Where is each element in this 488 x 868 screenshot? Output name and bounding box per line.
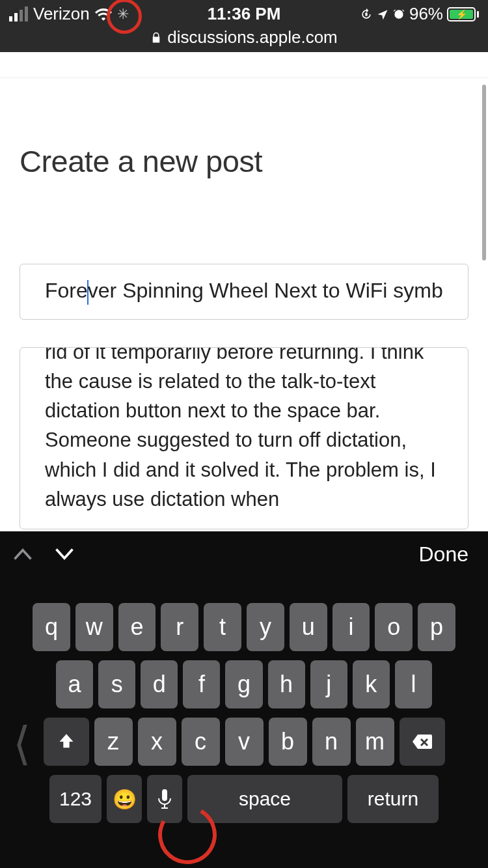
- return-key[interactable]: return: [347, 775, 439, 823]
- status-left: Verizon ✳︎: [9, 4, 129, 24]
- backspace-key[interactable]: [400, 718, 445, 766]
- shift-key[interactable]: [44, 718, 89, 766]
- keyboard-accessory-bar: Done: [0, 531, 488, 577]
- alarm-icon: [392, 8, 405, 21]
- key-i[interactable]: i: [332, 603, 370, 651]
- scroll-indicator[interactable]: [482, 85, 486, 260]
- key-e[interactable]: e: [118, 603, 156, 651]
- keyboard-row-4: 123 😀 space return: [5, 775, 483, 823]
- key-f[interactable]: f: [183, 660, 220, 708]
- post-body-input[interactable]: rid of it temporarily before returning. …: [20, 347, 468, 529]
- battery-icon: ⚡: [447, 7, 479, 21]
- emoji-key[interactable]: 😀: [107, 775, 142, 823]
- key-t[interactable]: t: [204, 603, 241, 651]
- title-text-after: ver Spinning Wheel Next to WiFi symb: [88, 279, 443, 302]
- location-icon: [377, 8, 388, 20]
- dictation-key[interactable]: [147, 775, 182, 823]
- one-handed-grip-icon: ⟨: [13, 717, 31, 770]
- wifi-icon: [95, 8, 112, 21]
- cellular-signal-icon: [9, 7, 28, 21]
- key-q[interactable]: q: [33, 603, 70, 651]
- carrier-label: Verizon: [33, 4, 90, 24]
- page-title: Create a new post: [20, 143, 468, 179]
- key-g[interactable]: g: [225, 660, 262, 708]
- key-z[interactable]: z: [94, 718, 133, 766]
- key-j[interactable]: j: [310, 660, 347, 708]
- spinner-icon: ✳︎: [117, 6, 129, 23]
- key-s[interactable]: s: [98, 660, 135, 708]
- key-u[interactable]: u: [290, 603, 327, 651]
- post-title-input[interactable]: Forever Spinning Wheel Next to WiFi symb: [20, 264, 468, 320]
- status-right: 96% ⚡: [360, 4, 479, 24]
- status-bar: Verizon ✳︎ 11:36 PM 96% ⚡ discussions.ap…: [0, 0, 488, 52]
- url-bar[interactable]: discussions.apple.com: [0, 27, 488, 48]
- url-domain: discussions.apple.com: [167, 27, 338, 48]
- key-h[interactable]: h: [268, 660, 305, 708]
- key-o[interactable]: o: [375, 603, 413, 651]
- orientation-lock-icon: [360, 8, 373, 21]
- key-d[interactable]: d: [141, 660, 178, 708]
- next-field-arrow-icon[interactable]: [55, 548, 74, 561]
- key-r[interactable]: r: [161, 603, 198, 651]
- key-n[interactable]: n: [312, 718, 351, 766]
- numbers-key[interactable]: 123: [49, 775, 102, 823]
- lock-icon: [150, 31, 162, 44]
- title-text-before: Fore: [45, 279, 88, 302]
- space-key[interactable]: space: [187, 775, 342, 823]
- key-y[interactable]: y: [247, 603, 284, 651]
- keyboard-done-button[interactable]: Done: [419, 542, 469, 567]
- key-v[interactable]: v: [225, 718, 264, 766]
- key-c[interactable]: c: [182, 718, 220, 766]
- keyboard-row-2: a s d f g h j k l: [5, 660, 483, 708]
- battery-percent: 96%: [409, 4, 443, 24]
- key-k[interactable]: k: [353, 660, 390, 708]
- ios-keyboard: Done q w e r t y u i o p a s d f g h j k…: [0, 531, 488, 868]
- key-p[interactable]: p: [418, 603, 455, 651]
- prev-field-arrow-icon[interactable]: [13, 548, 33, 561]
- key-a[interactable]: a: [56, 660, 93, 708]
- key-l[interactable]: l: [395, 660, 432, 708]
- key-x[interactable]: x: [138, 718, 176, 766]
- key-m[interactable]: m: [356, 718, 394, 766]
- svg-rect-0: [365, 12, 367, 16]
- body-visible-text: rid of it temporarily before returning. …: [45, 347, 443, 514]
- key-b[interactable]: b: [269, 718, 307, 766]
- page-content: Create a new post Forever Spinning Wheel…: [0, 52, 488, 531]
- keyboard-row-3: z x c v b n m: [5, 718, 483, 766]
- keyboard-row-1: q w e r t y u i o p: [5, 603, 483, 651]
- top-spacer: [0, 52, 488, 78]
- key-w[interactable]: w: [75, 603, 113, 651]
